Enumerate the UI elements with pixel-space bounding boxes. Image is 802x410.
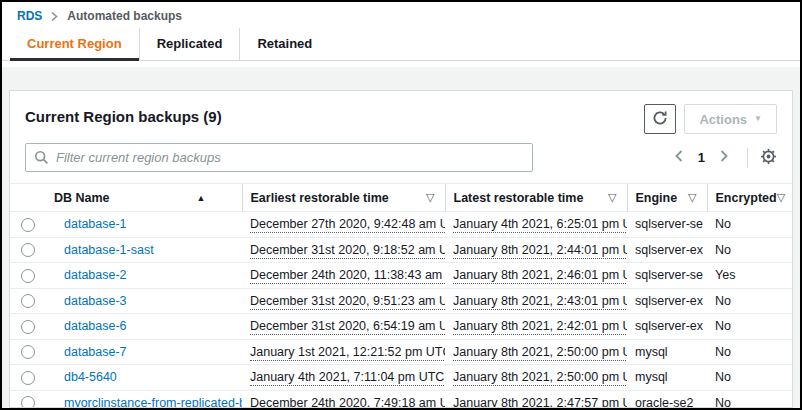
next-page-button[interactable] — [713, 147, 735, 169]
refresh-button[interactable] — [644, 104, 676, 134]
previous-page-button[interactable] — [668, 147, 690, 169]
actions-label: Actions — [699, 112, 747, 127]
latest-restorable-value: January 8th 2021, 2:42:01 pm UTC — [453, 319, 627, 335]
column-header-latest-restorable-time[interactable]: Latest restorable time ▽ — [445, 184, 627, 212]
latest-header-label: Latest restorable time — [454, 191, 584, 205]
table-row: database-6 December 31st 2020, 6:54:19 a… — [10, 314, 793, 340]
breadcrumb-chevron-icon — [50, 11, 59, 22]
engine-cell: sqlserver-se — [627, 212, 707, 238]
select-column-header — [10, 184, 46, 212]
actions-button[interactable]: Actions ▼ — [684, 104, 777, 134]
divider — [747, 148, 748, 168]
row-select-cell — [10, 314, 46, 340]
engine-cell: sqlserver-ex — [627, 288, 707, 314]
encrypted-cell: Yes — [707, 263, 793, 289]
earliest-restorable-cell: December 31st 2020, 9:18:52 am UTC — [242, 237, 445, 263]
engine-cell: sqlserver-ex — [627, 314, 707, 340]
row-radio-button[interactable] — [21, 294, 35, 308]
column-header-engine[interactable]: Engine ▽ — [627, 184, 707, 212]
column-header-earliest-restorable-time[interactable]: Earliest restorable time ▽ — [242, 184, 445, 212]
earliest-restorable-value: December 31st 2020, 9:18:52 am UTC — [250, 243, 445, 259]
breadcrumb-rds-link[interactable]: RDS — [17, 9, 42, 23]
refresh-icon — [652, 110, 668, 129]
earliest-restorable-cell: December 24th 2020, 11:38:43 am UTC — [242, 263, 445, 289]
chevron-down-icon: ▼ — [754, 115, 762, 123]
latest-restorable-cell: January 8th 2021, 2:46:01 pm UTC — [445, 263, 627, 289]
row-radio-button[interactable] — [21, 345, 35, 359]
earliest-restorable-value: December 31st 2020, 9:51:23 am UTC — [250, 294, 445, 310]
tab-bar: Current Region Replicated Retained — [2, 28, 800, 61]
filter-icon[interactable]: ▽ — [608, 191, 616, 204]
row-radio-button[interactable] — [21, 218, 35, 232]
row-radio-button[interactable] — [21, 243, 35, 257]
tab-replicated[interactable]: Replicated — [139, 28, 240, 60]
encrypted-cell: No — [707, 390, 793, 408]
column-header-db-name[interactable]: DB Name ▲ — [46, 184, 242, 212]
latest-restorable-value: January 8th 2021, 2:44:01 pm UTC — [453, 243, 627, 259]
earliest-restorable-cell: December 27th 2020, 9:42:48 am UTC — [242, 212, 445, 238]
db-name-cell: database-3 — [46, 288, 242, 314]
earliest-restorable-value: January 1st 2021, 12:21:52 pm UTC — [250, 345, 445, 361]
table-header-row: DB Name ▲ Earliest restorable time ▽ — [10, 184, 793, 212]
engine-cell: mysql — [627, 339, 707, 365]
encrypted-cell: No — [707, 237, 793, 263]
row-select-cell — [10, 339, 46, 365]
earliest-restorable-value: January 4th 2021, 7:11:04 pm UTC — [250, 370, 444, 386]
gear-icon — [760, 148, 777, 168]
db-name-link[interactable]: database-3 — [64, 294, 127, 308]
db-name-link[interactable]: database-2 — [64, 268, 127, 282]
latest-restorable-cell: January 8th 2021, 2:43:01 pm UTC — [445, 288, 627, 314]
preferences-button[interactable] — [760, 148, 777, 168]
table-row: database-7 January 1st 2021, 12:21:52 pm… — [10, 339, 793, 365]
tab-current-region[interactable]: Current Region — [10, 28, 139, 60]
row-select-cell — [10, 390, 46, 408]
table-row: myorclinstance-from-replicated-backup De… — [10, 390, 793, 408]
earliest-restorable-value: December 24th 2020, 7:49:18 am UTC — [250, 396, 445, 408]
db-name-cell: database-6 — [46, 314, 242, 340]
db-name-link[interactable]: database-7 — [64, 345, 127, 359]
latest-restorable-value: January 8th 2021, 2:43:01 pm UTC — [453, 294, 627, 310]
db-name-link[interactable]: database-1-sast — [64, 243, 154, 257]
chevron-left-icon — [674, 149, 684, 166]
filter-icon[interactable]: ▽ — [688, 191, 696, 204]
column-header-encrypted[interactable]: Encrypted ▽ — [707, 184, 793, 212]
engine-cell: oracle-se2 — [627, 390, 707, 408]
engine-cell: sqlserver-ex — [627, 237, 707, 263]
row-radio-button[interactable] — [21, 371, 35, 385]
db-name-link[interactable]: database-1 — [64, 217, 127, 231]
backups-table: DB Name ▲ Earliest restorable time ▽ — [10, 183, 793, 408]
panel-header: Current Region backups (9) Actions ▼ — [10, 91, 792, 134]
db-name-cell: db4-5640 — [46, 365, 242, 391]
row-select-cell — [10, 212, 46, 238]
latest-restorable-cell: January 4th 2021, 6:25:01 pm UTC — [445, 212, 627, 238]
engine-cell: sqlserver-se — [627, 263, 707, 289]
row-select-cell — [10, 263, 46, 289]
page-content: Current Region backups (9) Actions ▼ — [2, 61, 800, 408]
row-radio-button[interactable] — [21, 396, 35, 408]
filter-icon[interactable]: ▽ — [426, 191, 434, 204]
encrypted-cell: No — [707, 212, 793, 238]
filter-row: 1 — [25, 143, 777, 172]
tab-retained[interactable]: Retained — [239, 28, 329, 60]
earliest-restorable-cell: December 31st 2020, 6:54:19 am UTC — [242, 314, 445, 340]
header-buttons: Actions ▼ — [644, 104, 777, 134]
db-name-link[interactable]: myorclinstance-from-replicated-backup — [64, 396, 242, 408]
pagination: 1 — [668, 147, 777, 169]
row-radio-button[interactable] — [21, 269, 35, 283]
latest-restorable-cell: January 8th 2021, 2:47:57 pm UTC — [445, 390, 627, 408]
db-name-link[interactable]: db4-5640 — [64, 370, 117, 384]
encrypted-header-label: Encrypted — [716, 191, 777, 205]
breadcrumb: RDS Automated backups — [2, 2, 800, 28]
table-row: database-1 December 27th 2020, 9:42:48 a… — [10, 212, 793, 238]
filter-backups-input[interactable] — [25, 143, 533, 172]
db-name-cell: database-2 — [46, 263, 242, 289]
filter-icon[interactable]: ▽ — [777, 191, 785, 204]
db-name-cell: database-1-sast — [46, 237, 242, 263]
current-region-backups-panel: Current Region backups (9) Actions ▼ — [9, 90, 793, 408]
encrypted-cell: No — [707, 314, 793, 340]
earliest-restorable-cell: January 4th 2021, 7:11:04 pm UTC — [242, 365, 445, 391]
latest-restorable-value: January 8th 2021, 2:46:01 pm UTC — [453, 268, 627, 284]
row-radio-button[interactable] — [21, 320, 35, 334]
db-name-link[interactable]: database-6 — [64, 319, 127, 333]
current-page-number: 1 — [694, 150, 709, 165]
